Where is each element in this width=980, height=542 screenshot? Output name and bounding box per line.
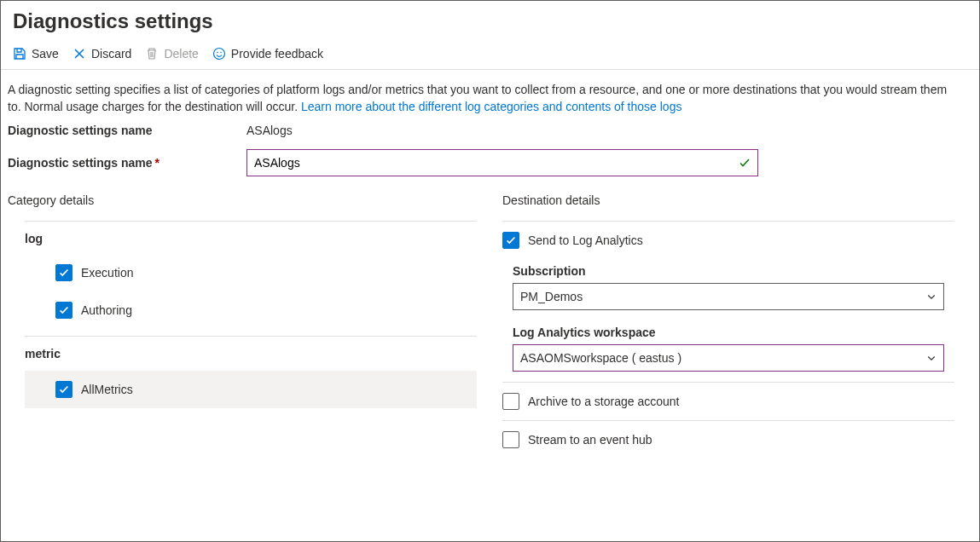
subscription-label: Subscription xyxy=(513,264,954,278)
subscription-select[interactable]: PM_Demos xyxy=(513,283,944,310)
log-authoring-row[interactable]: Authoring xyxy=(25,291,477,329)
workspace-value: ASAOMSworkspace ( eastus ) xyxy=(520,351,681,365)
metric-allmetrics-row[interactable]: AllMetrics xyxy=(25,371,477,408)
check-icon xyxy=(505,234,517,246)
log-authoring-label: Authoring xyxy=(81,303,132,317)
delete-button: Delete xyxy=(145,47,198,61)
close-icon xyxy=(72,47,86,61)
workspace-label: Log Analytics workspace xyxy=(513,326,954,339)
category-details-title: Category details xyxy=(8,193,477,207)
name-input-label: Diagnostic settings name* xyxy=(8,156,246,170)
dest-log-analytics-row[interactable]: Send to Log Analytics xyxy=(502,232,954,249)
chevron-down-icon xyxy=(926,353,937,363)
metric-allmetrics-label: AllMetrics xyxy=(81,383,133,396)
log-execution-label: Execution xyxy=(81,266,133,280)
svg-point-1 xyxy=(217,52,218,54)
dest-log-analytics-checkbox[interactable] xyxy=(502,232,519,249)
name-input[interactable] xyxy=(246,149,758,176)
log-group-title: log xyxy=(25,228,477,254)
save-label: Save xyxy=(32,47,59,61)
save-button[interactable]: Save xyxy=(13,47,59,61)
page-title: Diagnostics settings xyxy=(1,1,979,43)
dest-log-analytics-label: Send to Log Analytics xyxy=(528,234,643,247)
dest-eventhub-checkbox[interactable] xyxy=(502,431,519,448)
workspace-select[interactable]: ASAOMSworkspace ( eastus ) xyxy=(513,344,944,372)
log-authoring-checkbox[interactable] xyxy=(55,302,72,319)
smiley-icon xyxy=(212,47,226,61)
delete-label: Delete xyxy=(164,47,198,61)
feedback-label: Provide feedback xyxy=(231,47,323,61)
toolbar: Save Discard Delete Provide feedback xyxy=(1,43,979,70)
required-asterisk: * xyxy=(155,156,159,170)
learn-more-link[interactable]: Learn more about the different log categ… xyxy=(301,100,681,113)
checkmark-icon xyxy=(738,156,751,170)
check-icon xyxy=(58,267,70,279)
name-display-value: ASAlogs xyxy=(246,124,293,137)
discard-button[interactable]: Discard xyxy=(72,47,131,61)
discard-label: Discard xyxy=(91,47,131,61)
destination-details-title: Destination details xyxy=(502,193,954,207)
dest-eventhub-row[interactable]: Stream to an event hub xyxy=(502,431,954,448)
feedback-button[interactable]: Provide feedback xyxy=(212,47,323,61)
log-execution-row[interactable]: Execution xyxy=(25,254,477,291)
name-display-label: Diagnostic settings name xyxy=(8,124,246,137)
log-execution-checkbox[interactable] xyxy=(55,264,72,281)
dest-storage-checkbox[interactable] xyxy=(502,393,519,410)
check-icon xyxy=(58,383,70,395)
dest-eventhub-label: Stream to an event hub xyxy=(528,433,652,447)
description-text: A diagnostic setting specifies a list of… xyxy=(1,70,965,124)
metric-group-title: metric xyxy=(25,337,477,371)
check-icon xyxy=(58,304,70,316)
dest-storage-row[interactable]: Archive to a storage account xyxy=(502,393,954,410)
svg-point-2 xyxy=(220,52,222,54)
dest-storage-label: Archive to a storage account xyxy=(528,395,679,408)
subscription-value: PM_Demos xyxy=(520,290,583,303)
chevron-down-icon xyxy=(926,291,937,302)
trash-icon xyxy=(145,47,159,61)
metric-allmetrics-checkbox[interactable] xyxy=(55,381,72,398)
svg-point-0 xyxy=(213,49,224,60)
save-icon xyxy=(13,47,26,61)
